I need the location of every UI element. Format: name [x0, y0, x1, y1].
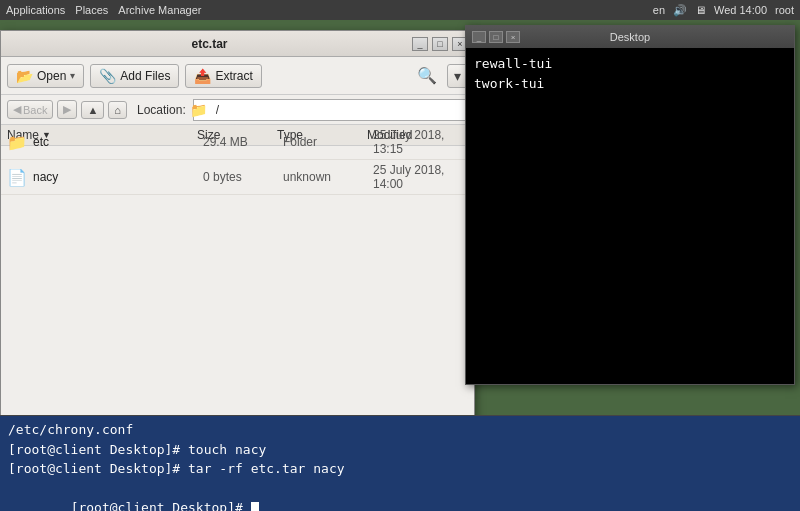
terminal-window: _ □ × Desktop rewall-tui twork-tui	[465, 25, 795, 385]
terminal-line: twork-tui	[474, 74, 786, 94]
add-files-icon: 📎	[99, 68, 116, 84]
archive-manager-menu[interactable]: Archive Manager	[118, 4, 201, 16]
file-modified: 25 July 2018, 13:15	[373, 128, 468, 156]
terminal-title: Desktop	[520, 31, 740, 43]
add-files-label: Add Files	[120, 69, 170, 83]
location-label: Location:	[137, 103, 186, 117]
forward-button[interactable]: ▶	[57, 100, 77, 119]
volume-icon[interactable]: 🔊	[673, 4, 687, 17]
file-type: unknown	[283, 170, 373, 184]
open-icon: 📂	[16, 68, 33, 84]
term-close-button[interactable]: ×	[506, 31, 520, 43]
back-arrow-icon: ◀	[13, 103, 21, 116]
window-action-controls: _ □ ×	[412, 37, 468, 51]
file-name: nacy	[33, 170, 203, 184]
folder-icon: 📁	[7, 133, 27, 152]
terminal-cursor	[251, 502, 259, 512]
term-maximize-button[interactable]: □	[489, 31, 503, 43]
system-bar: Applications Places Archive Manager en 🔊…	[0, 0, 800, 20]
add-files-button[interactable]: 📎 Add Files	[90, 64, 179, 88]
table-row[interactable]: 📁 etc 29.4 MB Folder 25 July 2018, 13:15	[1, 125, 474, 160]
file-size: 29.4 MB	[203, 135, 283, 149]
terminal-titlebar: _ □ × Desktop	[466, 26, 794, 48]
file-type: Folder	[283, 135, 373, 149]
search-button[interactable]: 🔍	[413, 64, 441, 87]
term-minimize-button[interactable]: _	[472, 31, 486, 43]
home-icon: ⌂	[114, 104, 121, 116]
terminal-line: [root@client Desktop]# tar -rf etc.tar n…	[8, 459, 792, 479]
archive-manager-window: etc.tar _ □ × 📂 Open ▾ 📎 Add Files 📤 Ext…	[0, 30, 475, 445]
up-arrow-icon: ▲	[87, 104, 98, 116]
open-dropdown-icon: ▾	[70, 70, 75, 81]
system-bar-right: en 🔊 🖥 Wed 14:00 root	[653, 4, 794, 17]
forward-arrow-icon: ▶	[63, 103, 71, 116]
location-input[interactable]	[193, 99, 468, 121]
bottom-terminal: /etc/chrony.conf [root@client Desktop]# …	[0, 415, 800, 511]
system-bar-left: Applications Places Archive Manager	[6, 4, 202, 16]
up-button[interactable]: ▲	[81, 101, 104, 119]
places-menu[interactable]: Places	[75, 4, 108, 16]
bottom-terminal-body[interactable]: /etc/chrony.conf [root@client Desktop]# …	[0, 416, 800, 511]
minimize-button[interactable]: _	[412, 37, 428, 51]
user-label: root	[775, 4, 794, 16]
location-folder-icon: 📁	[190, 102, 207, 118]
back-button[interactable]: ◀ Back	[7, 100, 53, 119]
back-label: Back	[23, 104, 47, 116]
file-modified: 25 July 2018, 14:00	[373, 163, 468, 191]
file-list-area: 📁 etc 29.4 MB Folder 25 July 2018, 13:15…	[1, 125, 474, 422]
file-icon: 📄	[7, 168, 27, 187]
window-titlebar: etc.tar _ □ ×	[1, 31, 474, 57]
file-size: 0 bytes	[203, 170, 283, 184]
location-bar: ◀ Back ▶ ▲ ⌂ Location: 📁	[1, 95, 474, 125]
clock: Wed 14:00	[714, 4, 767, 16]
table-row[interactable]: 📄 nacy 0 bytes unknown 25 July 2018, 14:…	[1, 160, 474, 195]
window-title: etc.tar	[7, 37, 412, 51]
display-icon[interactable]: 🖥	[695, 4, 706, 16]
maximize-button[interactable]: □	[432, 37, 448, 51]
lang-indicator: en	[653, 4, 665, 16]
file-name: etc	[33, 135, 203, 149]
toolbar: 📂 Open ▾ 📎 Add Files 📤 Extract 🔍 ▾	[1, 57, 474, 95]
terminal-line: /etc/chrony.conf	[8, 420, 792, 440]
open-button[interactable]: 📂 Open ▾	[7, 64, 84, 88]
terminal-line: [root@client Desktop]#	[8, 479, 792, 512]
extract-label: Extract	[215, 69, 252, 83]
extract-button[interactable]: 📤 Extract	[185, 64, 261, 88]
terminal-controls: _ □ ×	[472, 31, 520, 43]
terminal-line: [root@client Desktop]# touch nacy	[8, 440, 792, 460]
terminal-line: rewall-tui	[474, 54, 786, 74]
applications-menu[interactable]: Applications	[6, 4, 65, 16]
terminal-body[interactable]: rewall-tui twork-tui	[466, 48, 794, 384]
home-button[interactable]: ⌂	[108, 101, 127, 119]
extract-icon: 📤	[194, 68, 211, 84]
open-label: Open	[37, 69, 66, 83]
desktop: etc.tar _ □ × 📂 Open ▾ 📎 Add Files 📤 Ext…	[0, 20, 800, 511]
